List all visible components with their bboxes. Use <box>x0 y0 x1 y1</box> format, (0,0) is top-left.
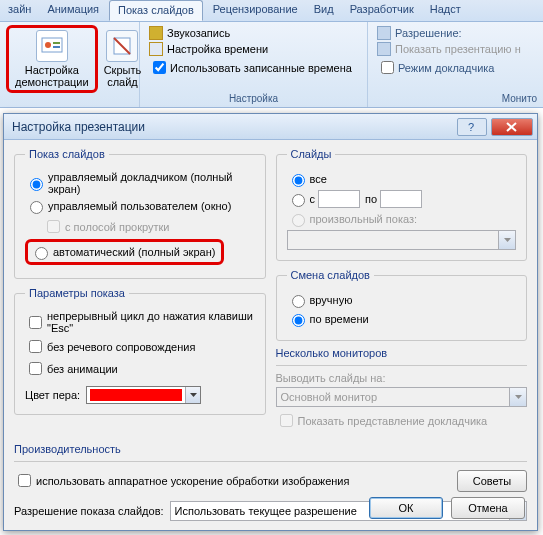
loop-label: непрерывный цикл до нажатия клавиши "Esc… <box>47 310 255 334</box>
record-label: Звукозапись <box>167 27 230 39</box>
hw-accel-checkbox[interactable]: использовать аппаратное ускорение обрабо… <box>14 471 449 490</box>
scrollbar-label: с полосой прокрутки <box>65 221 169 233</box>
titlebar: Настройка презентации ? <box>4 114 537 140</box>
advance-group: Смена слайдов вручную по времени <box>276 269 528 341</box>
microphone-icon <box>149 26 163 40</box>
performance-legend: Производительность <box>14 443 527 455</box>
chevron-down-icon <box>498 231 515 249</box>
group-setup-label: Настройка <box>146 91 361 104</box>
setup-l2: демонстрации <box>15 76 89 88</box>
svg-text:?: ? <box>468 122 474 132</box>
ribbon-tabs: зайн Анимация Показ слайдов Рецензирован… <box>0 0 543 22</box>
monitor-combo: Основной монитор <box>276 387 528 407</box>
presenter-view-checkbox[interactable]: Режим докладчика <box>374 57 537 78</box>
radio-manual[interactable]: вручную <box>287 292 517 308</box>
manual-label: вручную <box>310 294 353 306</box>
timings-label: по времени <box>310 313 369 325</box>
resolution-value: Использовать текущее разрешение <box>175 505 357 517</box>
svg-point-1 <box>45 42 51 48</box>
tab-view[interactable]: Вид <box>306 0 342 21</box>
show-type-legend: Показ слайдов <box>25 148 109 160</box>
svg-rect-3 <box>53 46 60 48</box>
tab-slideshow[interactable]: Показ слайдов <box>109 0 203 21</box>
rehearse-timings-button[interactable]: Настройка времени <box>146 41 361 57</box>
hide-l2: слайд <box>107 76 138 88</box>
presenter-view-checkbox: Показать представление докладчика <box>276 411 528 430</box>
tab-review[interactable]: Рецензирование <box>205 0 306 21</box>
presenter-label: Режим докладчика <box>398 62 494 74</box>
presenter-check[interactable] <box>381 61 394 74</box>
clock-icon <box>149 42 163 56</box>
ok-button[interactable]: ОК <box>369 497 443 519</box>
setup-slideshow-button[interactable]: Настройкадемонстрации <box>6 25 98 93</box>
radio-range-slides[interactable]: с по <box>287 190 517 208</box>
chevron-down-icon <box>509 388 526 406</box>
no-narration-checkbox[interactable]: без речевого сопровождения <box>25 337 255 356</box>
resolution-label: Разрешение показа слайдов: <box>14 505 164 517</box>
help-button[interactable]: ? <box>457 118 487 136</box>
tab-addins[interactable]: Надст <box>422 0 469 21</box>
show-type-group: Показ слайдов управляемый докладчиком (п… <box>14 148 266 279</box>
svg-marker-11 <box>515 395 522 399</box>
advance-legend: Смена слайдов <box>287 269 374 281</box>
use-recorded-checkbox[interactable]: Использовать записанные времена <box>146 57 361 78</box>
setup-show-dialog: Настройка презентации ? Показ слайдов уп… <box>3 113 538 531</box>
show-on-row: Показать презентацию н <box>374 41 537 57</box>
show-on-label: Показать презентацию н <box>395 43 521 55</box>
radio-kiosk-label: автоматический (полный экран) <box>53 246 215 258</box>
tab-animation[interactable]: Анимация <box>39 0 107 21</box>
radio-browsed[interactable]: управляемый пользователем (окно) <box>25 198 255 214</box>
radio-presenter[interactable]: управляемый докладчиком (полный экран) <box>25 171 255 195</box>
slides-group: Слайды все с по произвольный показ: <box>276 148 528 261</box>
show-options-group: Параметры показа непрерывный цикл до наж… <box>14 287 266 415</box>
loop-checkbox[interactable]: непрерывный цикл до нажатия клавиши "Esc… <box>25 310 255 334</box>
dialog-title: Настройка презентации <box>12 120 457 134</box>
pen-color-label: Цвет пера: <box>25 389 80 401</box>
svg-marker-9 <box>190 393 197 397</box>
radio-browsed-label: управляемый пользователем (окно) <box>48 200 231 212</box>
options-legend: Параметры показа <box>25 287 129 299</box>
no-animation-checkbox[interactable]: без анимации <box>25 359 255 378</box>
radio-all-slides[interactable]: все <box>287 171 517 187</box>
rehearse-label: Настройка времени <box>167 43 268 55</box>
tips-button[interactable]: Советы <box>457 470 527 492</box>
monitor-value: Основной монитор <box>281 391 378 403</box>
display-on-label: Выводить слайды на: <box>276 372 528 384</box>
svg-marker-10 <box>504 238 511 242</box>
radio-presenter-label: управляемый докладчиком (полный экран) <box>48 171 255 195</box>
radio-custom-show: произвольный показ: <box>287 211 517 227</box>
radio-timings[interactable]: по времени <box>287 311 517 327</box>
monitor-icon <box>377 42 391 56</box>
setup-slideshow-icon <box>36 30 68 62</box>
hw-accel-label: использовать аппаратное ускорение обрабо… <box>36 475 349 487</box>
cancel-button[interactable]: Отмена <box>451 497 525 519</box>
from-input[interactable] <box>318 190 360 208</box>
all-label: все <box>310 173 327 185</box>
resolution-label: Разрешение: <box>395 27 462 39</box>
pen-swatch <box>90 389 182 401</box>
tab-design[interactable]: зайн <box>0 0 39 21</box>
monitors-legend: Несколько мониторов <box>276 347 528 359</box>
no-narration-label: без речевого сопровождения <box>47 341 195 353</box>
custom-show-combo <box>287 230 517 250</box>
svg-rect-2 <box>53 42 60 44</box>
to-input[interactable] <box>380 190 422 208</box>
resolution-row[interactable]: Разрешение: <box>374 25 537 41</box>
radio-kiosk[interactable]: автоматический (полный экран) <box>25 239 224 265</box>
pen-color-picker[interactable] <box>86 386 201 404</box>
record-narration-button[interactable]: Звукозапись <box>146 25 361 41</box>
hide-slide-icon <box>106 30 138 62</box>
group-monitor-label: Монито <box>374 91 537 104</box>
monitor-icon <box>377 26 391 40</box>
no-animation-label: без анимации <box>47 363 118 375</box>
use-recorded-check[interactable] <box>153 61 166 74</box>
to-label: по <box>365 193 377 205</box>
from-label: с <box>310 193 316 205</box>
hide-l1: Скрыть <box>104 64 142 76</box>
setup-l1: Настройка <box>25 64 79 76</box>
close-button[interactable] <box>491 118 533 136</box>
ribbon: Настройкадемонстрации Скрытьслайд Звукоз… <box>0 22 543 108</box>
tab-developer[interactable]: Разработчик <box>342 0 422 21</box>
slides-legend: Слайды <box>287 148 336 160</box>
presenter-view-label: Показать представление докладчика <box>298 415 488 427</box>
